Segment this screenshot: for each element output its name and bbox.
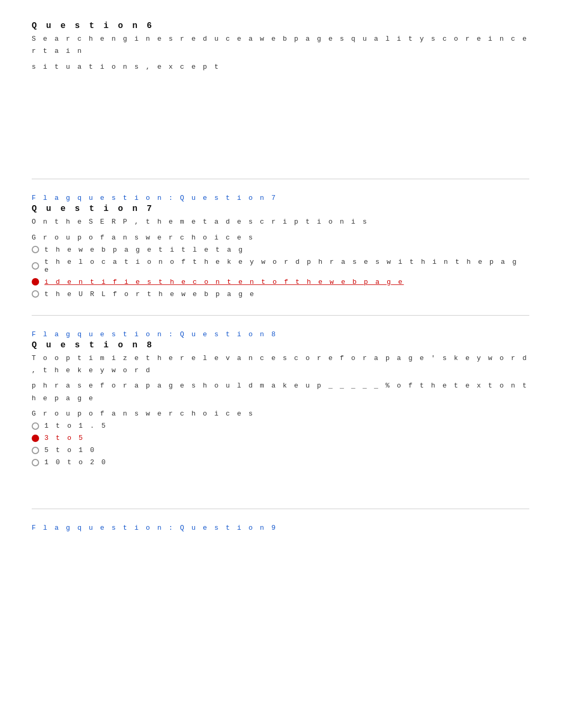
question-9-block: F l a g q u e s t i o n : Q u e s t i o … [32,524,529,532]
q7-radio-1[interactable] [32,246,39,253]
divider-2 [32,315,529,316]
question-8-group-label: G r o u p o f a n s w e r c h o i c e s [32,410,529,418]
q7-option-3-text: i d e n t i f i e s t h e c o n t e n t … [44,278,404,286]
q7-radio-4[interactable] [32,290,39,298]
spacer-1 [32,90,529,164]
spacer-2 [32,483,529,494]
q7-option-2-text: t h e l o c a t i o n o f t h e k e y w … [44,258,529,274]
q7-radio-3[interactable] [32,278,39,285]
question-6-text-line2: s i t u a t i o n s , e x c e p t [32,61,529,73]
flag-question-9-link[interactable]: F l a g q u e s t i o n : Q u e s t i o … [32,524,529,532]
q8-option-1-text: 1 t o 1 . 5 [44,422,107,430]
q8-option-3-text: 5 t o 1 0 [44,446,96,454]
q8-radio-1[interactable] [32,422,39,430]
question-6-text-line1: S e a r c h e n g i n e s r e d u c e a … [32,33,529,58]
flag-question-8-link[interactable]: F l a g q u e s t i o n : Q u e s t i o … [32,330,529,338]
question-6-title: Q u e s t i o n 6 [32,21,529,31]
q7-radio-2[interactable] [32,262,39,270]
q8-option-4-text: 1 0 t o 2 0 [44,458,107,466]
q7-option-4[interactable]: t h e U R L f o r t h e w e b p a g e [32,290,529,298]
q8-radio-4[interactable] [32,459,39,466]
question-8-title: Q u e s t i o n 8 [32,340,529,350]
q7-option-2[interactable]: t h e l o c a t i o n o f t h e k e y w … [32,258,529,274]
question-7-text: O n t h e S E R P , t h e m e t a d e s … [32,216,529,228]
q8-option-1[interactable]: 1 t o 1 . 5 [32,422,529,430]
divider-1 [32,179,529,179]
q8-radio-2[interactable] [32,435,39,442]
q8-option-2-text: 3 t o 5 [44,434,85,442]
question-7-group-label: G r o u p o f a n s w e r c h o i c e s [32,234,529,242]
q7-option-3[interactable]: i d e n t i f i e s t h e c o n t e n t … [32,278,529,286]
q7-option-1[interactable]: t h e w e b p a g e t i t l e t a g [32,246,529,254]
q8-option-2[interactable]: 3 t o 5 [32,434,529,442]
question-8-text-line1: T o o p t i m i z e t h e r e l e v a n … [32,352,529,377]
flag-question-7-link[interactable]: F l a g q u e s t i o n : Q u e s t i o … [32,194,529,202]
q7-option-1-text: t h e w e b p a g e t i t l e t a g [44,246,244,254]
question-7-title: Q u e s t i o n 7 [32,204,529,214]
q8-option-4[interactable]: 1 0 t o 2 0 [32,458,529,466]
q8-radio-3[interactable] [32,447,39,454]
q8-option-3[interactable]: 5 t o 1 0 [32,446,529,454]
question-8-text-line2: p h r a s e f o r a p a g e s h o u l d … [32,380,529,404]
question-7-block: F l a g q u e s t i o n : Q u e s t i o … [32,194,529,298]
question-8-block: F l a g q u e s t i o n : Q u e s t i o … [32,330,529,467]
question-6-block: Q u e s t i o n 6 S e a r c h e n g i n … [32,21,529,73]
q7-option-4-text: t h e U R L f o r t h e w e b p a g e [44,290,256,298]
divider-3 [32,509,529,509]
